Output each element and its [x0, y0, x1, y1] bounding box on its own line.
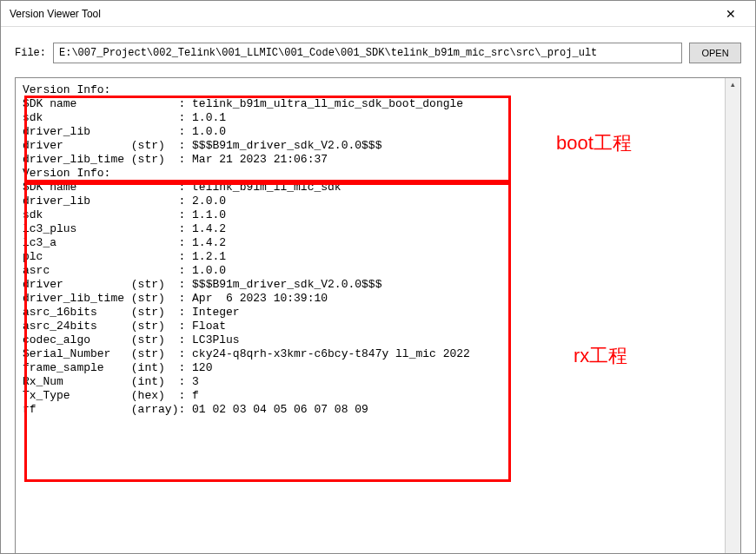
open-button[interactable]: OPEN — [689, 43, 741, 63]
close-button[interactable]: ✕ — [713, 2, 748, 26]
annotation-label-rx: rx工程 — [574, 343, 627, 369]
content-area: File: OPEN Version Info: SDK name : teli… — [1, 27, 755, 554]
scrollbar[interactable]: ▴ — [725, 78, 740, 554]
titlebar: Version Viewer Tool ✕ — [1, 1, 755, 27]
scroll-up-icon[interactable]: ▴ — [726, 80, 740, 89]
window-title: Version Viewer Tool — [10, 8, 101, 20]
output-panel: Version Info: SDK name : telink_b91m_ult… — [15, 77, 741, 554]
annotation-label-boot: boot工程 — [556, 130, 632, 156]
file-row: File: OPEN — [15, 43, 741, 63]
file-label: File: — [15, 47, 46, 59]
close-icon: ✕ — [726, 7, 736, 21]
file-path-input[interactable] — [53, 43, 682, 63]
